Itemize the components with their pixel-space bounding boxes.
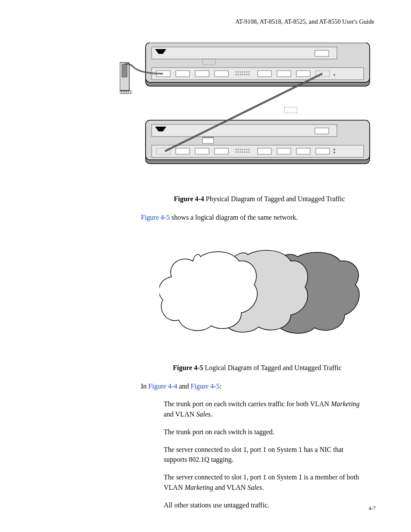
- intro-paragraph: Figure 4-5 shows a logical diagram of th…: [141, 212, 364, 222]
- svg-rect-25: [296, 71, 310, 77]
- in-figures-line: In Figure 4-4 and Figure 4-5:: [141, 381, 364, 391]
- svg-rect-33: [152, 124, 337, 137]
- svg-point-47: [246, 149, 248, 150]
- svg-rect-57: [277, 148, 291, 154]
- svg-rect-65: [122, 64, 127, 77]
- svg-rect-58: [296, 148, 310, 154]
- figure-4-5-label: Figure 4-5: [173, 364, 203, 371]
- svg-point-52: [242, 152, 243, 153]
- svg-rect-59: [316, 148, 330, 154]
- svg-point-9: [236, 72, 237, 73]
- bullet-5: All other stations use untagged traffic.: [164, 500, 364, 510]
- svg-point-54: [246, 152, 248, 153]
- page-number: 4-7: [368, 505, 376, 512]
- figure-4-5-link-2[interactable]: Figure 4-5: [191, 383, 220, 390]
- svg-rect-35: [202, 137, 214, 138]
- bullet-1-italic-1: Marketing: [331, 400, 360, 408]
- svg-rect-39: [176, 148, 190, 154]
- svg-point-10: [238, 72, 239, 73]
- svg-point-11: [240, 72, 241, 73]
- in-mid: and: [177, 383, 190, 390]
- bullet-4-text-b: and VLAN: [213, 484, 247, 491]
- figure-4-5-link-1[interactable]: Figure 4-5: [141, 214, 170, 221]
- svg-rect-24: [277, 71, 291, 77]
- bullet-4-text-c: .: [262, 484, 264, 491]
- bullet-1-text-b: and VLAN: [164, 411, 196, 418]
- svg-rect-41: [215, 148, 228, 154]
- svg-point-15: [249, 72, 250, 73]
- bullet-1-italic-2: Sales: [196, 411, 211, 418]
- bullet-1-text-c: .: [211, 411, 212, 418]
- svg-point-61: [333, 152, 335, 153]
- svg-point-45: [242, 149, 243, 150]
- svg-point-19: [242, 74, 243, 75]
- figure-4-4-diagram: [120, 43, 374, 174]
- svg-point-21: [246, 74, 248, 75]
- svg-point-50: [238, 152, 239, 153]
- svg-rect-2: [152, 47, 337, 59]
- figure-4-4-caption: Figure 4-4 Physical Diagram of Tagged an…: [151, 195, 368, 203]
- svg-rect-56: [258, 148, 271, 154]
- svg-point-22: [249, 74, 250, 75]
- bullet-4: The server connected to slot 1, port 1 o…: [164, 472, 364, 492]
- svg-point-46: [244, 149, 246, 150]
- svg-point-16: [236, 74, 237, 75]
- svg-point-12: [242, 72, 243, 73]
- bullet-4-italic-2: Sales: [247, 484, 262, 491]
- svg-point-44: [240, 149, 241, 150]
- figure-4-5-diagram: [159, 242, 362, 342]
- bullet-3: The server connected to slot 1, port 1 o…: [164, 445, 364, 464]
- bullet-1-text-a: The trunk port on each switch carries tr…: [164, 400, 331, 408]
- svg-point-55: [249, 152, 250, 153]
- svg-point-18: [240, 74, 241, 75]
- svg-rect-40: [195, 148, 209, 154]
- svg-point-48: [249, 149, 250, 150]
- svg-point-53: [244, 152, 246, 153]
- svg-point-43: [238, 149, 239, 150]
- svg-point-60: [333, 149, 335, 150]
- svg-rect-6: [176, 71, 190, 77]
- in-prefix: In: [141, 383, 148, 390]
- svg-rect-34: [202, 138, 214, 143]
- svg-rect-23: [258, 71, 271, 77]
- figure-4-4-link[interactable]: Figure 4-4: [148, 383, 177, 390]
- bullet-4-italic-1: Marketing: [184, 484, 213, 491]
- svg-point-20: [244, 74, 246, 75]
- figure-4-4-label: Figure 4-4: [174, 195, 204, 202]
- svg-point-13: [244, 72, 246, 73]
- svg-rect-30: [284, 107, 297, 113]
- in-suffix: :: [220, 383, 221, 390]
- figure-4-4-text: Physical Diagram of Tagged and Untagged …: [204, 195, 345, 202]
- svg-rect-8: [215, 71, 228, 77]
- svg-point-14: [246, 72, 248, 73]
- svg-point-42: [236, 149, 237, 150]
- bullet-2: The trunk port on each switch is tagged.: [164, 427, 364, 437]
- svg-rect-7: [195, 71, 209, 77]
- figure-4-5-text: Logical Diagram of Tagged and Untagged T…: [203, 364, 342, 371]
- intro-rest: shows a logical diagram of the same netw…: [170, 214, 298, 221]
- svg-rect-27: [315, 50, 329, 56]
- svg-point-17: [238, 74, 239, 75]
- bullet-1: The trunk port on each switch carries tr…: [164, 399, 364, 419]
- svg-rect-36: [315, 128, 329, 134]
- svg-point-29: [333, 74, 335, 76]
- page-header: AT-9108, AT-8518, AT-8525, and AT-8550 U…: [34, 18, 377, 25]
- svg-point-51: [240, 152, 241, 153]
- figure-4-5-caption: Figure 4-5 Logical Diagram of Tagged and…: [151, 364, 364, 372]
- svg-point-49: [236, 152, 237, 153]
